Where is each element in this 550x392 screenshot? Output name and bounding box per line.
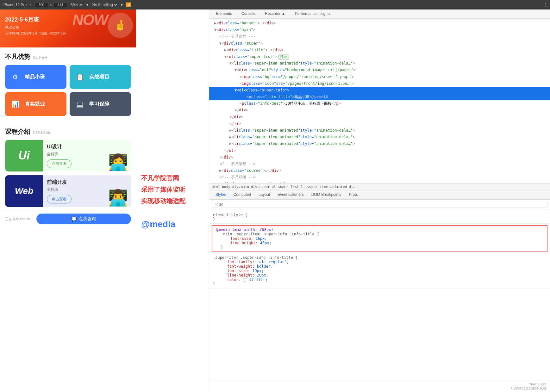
styles-tab-styles[interactable]: Styles <box>212 190 230 199</box>
breadcrumb-li[interactable]: li.super-item.animated <box>301 185 347 189</box>
breadcrumb-body[interactable]: body <box>222 185 231 189</box>
super-item-icon-2: 📊 <box>9 98 21 110</box>
devtools-panel: Elements Console Recorder ▲ Performance … <box>209 9 550 392</box>
tree-line-16[interactable]: ▶<li class="super-item animated" style="… <box>209 127 550 134</box>
course-title-cn: 课程介绍 <box>5 128 30 136</box>
super-item-3[interactable]: 💻 学习保障 <box>70 92 131 116</box>
tree-line-4[interactable]: ▶<div class="title"> …</div> <box>209 47 550 53</box>
course-card-0[interactable]: Ui UI设计 全科班 点击查看 👩‍💻 <box>5 140 131 171</box>
styles-tab-events[interactable]: Event Listeners <box>274 190 308 199</box>
tree-line-10-selected[interactable]: ▼<div class="super-info"> <box>209 87 550 94</box>
tree-line-11[interactable]: <p class="info-title"> 精品小班</p> == $0 <box>209 94 550 100</box>
tree-line-13[interactable]: </div> <box>209 107 550 114</box>
viewport-size: 390 × 844 <box>34 2 67 7</box>
css-prop-fontweight: font-weight: bolder; <box>213 264 546 269</box>
tree-line-14[interactable]: </div> <box>209 114 550 121</box>
banner-now: NOW <box>72 11 108 28</box>
tree-line-6[interactable]: ▼<li class="super-item animated" style="… <box>209 60 550 67</box>
browser-viewport: 2022-5-6月班 就业公布 入学时间: 2022年1月 / 结业: 2022… <box>0 9 136 392</box>
tree-line-17[interactable]: ▶<li class="super-item animated" style="… <box>209 134 550 140</box>
tree-line-22[interactable]: ▶<div class="enviroment"> …</div> <box>209 181 550 184</box>
tree-line-comment2[interactable]: <!-- 不凡课程 --> <box>209 161 550 167</box>
consult-label: 点我咨询 <box>78 216 96 222</box>
info-title-3: 学习保障 <box>89 98 109 110</box>
super-item-info-1: 实战项目 <box>89 71 109 83</box>
css-prop-lineheight2: line-height: 26px; <box>213 273 546 277</box>
super-item-icon-1: 📋 <box>74 71 85 83</box>
breadcrumb-main[interactable]: div.main <box>232 185 249 189</box>
zoom-select[interactable]: 89% <box>69 2 84 7</box>
bottom-bar: 正在等待 cdn.cn... 💬 点我咨询 <box>0 211 136 227</box>
styles-tab-prop[interactable]: Prop… <box>345 190 365 199</box>
tree-line-2[interactable]: <!-- 不凡优势 --> <box>209 33 550 40</box>
super-title-en: SUPER <box>33 55 47 60</box>
tree-line-7[interactable]: ▼<div class="out" style="background-imag… <box>209 67 550 73</box>
banner-emoji: 🤞 <box>108 13 133 38</box>
super-item-2[interactable]: 📊 真实就业 <box>5 92 66 116</box>
styles-filter <box>209 200 550 209</box>
annotation-panel: 不凡学院官网 采用了媒体监听 实现移动端适配 @media <box>136 9 209 392</box>
styles-tab-layout[interactable]: Layout <box>255 190 274 199</box>
device-label[interactable]: iPhone 12 Pro <box>3 3 27 7</box>
styles-tab-breakpoints[interactable]: DOM Breakpoints <box>308 190 345 199</box>
more-icon[interactable]: ⋮ <box>544 3 547 7</box>
tree-line-comment3[interactable]: <!-- 不凡环境 --> <box>209 174 550 181</box>
course-card-btn-0[interactable]: 点击查看 <box>47 159 72 168</box>
course-card-title-0: UI设计 <box>47 144 127 150</box>
styles-subtabs: Styles Computed Layout Event Listeners D… <box>209 190 550 200</box>
height-input[interactable]: 844 <box>53 2 67 7</box>
tree-line-12[interactable]: <p class="info-desc"> 30精品小班，全程线下面授</p> <box>209 100 550 107</box>
tab-elements[interactable]: Elements <box>212 9 236 18</box>
course-card-btn-1[interactable]: 点击查看 <box>47 195 72 203</box>
course-section: 课程介绍 COURSE Ui UI设计 全科班 点击查看 👩‍💻 Web <box>0 122 136 207</box>
tree-line-5[interactable]: ▼<ul class="super-list"> flex <box>209 53 550 60</box>
breadcrumb-di[interactable]: di… <box>349 185 355 189</box>
csdn-label: CSDN @全能的不凡君 <box>511 386 546 390</box>
info-title-1: 实战项目 <box>89 71 109 83</box>
tab-performance[interactable]: Performance insights <box>291 9 335 18</box>
super-section: 不凡优势 SUPER ⚙ 精品小班 📋 实战项目 📊 <box>0 47 136 116</box>
throttle-select[interactable]: No throttling <box>91 2 118 7</box>
breadcrumb-html[interactable]: html <box>212 185 220 189</box>
css-rule-element-style: element.style { } <box>209 211 550 224</box>
color-swatch <box>243 278 246 282</box>
styles-tab-computed[interactable]: Computed <box>230 190 255 199</box>
css-selector-0: element.style { <box>213 213 546 217</box>
toolbar-actions: ⋮ <box>544 3 547 7</box>
wifi-icon: 📶 <box>126 2 131 7</box>
course-card-img-1: 👨‍💻 <box>108 189 128 207</box>
tree-line-1[interactable]: ▼<div class="main"> <box>209 27 550 33</box>
tree-line-18[interactable]: ▶<li class="super-item animated" style="… <box>209 140 550 147</box>
css-rules-panel: element.style { } @media (max-width: 768… <box>209 209 550 381</box>
tree-line-9[interactable]: <img class="icon" src="/pages/front/img/… <box>209 80 550 87</box>
tab-recorder[interactable]: Recorder ▲ <box>260 9 290 18</box>
course-card-right-1: 前端开发 全科班 点击查看 👨‍💻 <box>43 175 131 207</box>
course-card-img-0: 👩‍💻 <box>108 153 128 171</box>
breadcrumb-super[interactable]: div.super <box>251 185 270 189</box>
tree-line-0[interactable]: ▶<div class="banner"> …</div> <box>209 20 550 27</box>
tree-line-20[interactable]: </div> <box>209 154 550 161</box>
tree-line-19[interactable]: </ul> <box>209 147 550 154</box>
css-media-line: @media (max-width: 768px) <box>216 227 543 232</box>
tree-line-21[interactable]: ▶<div class="course"> …</div> <box>209 167 550 174</box>
tree-line-3[interactable]: ▼<div class="super"> <box>209 40 550 47</box>
super-item-0[interactable]: ⚙ 精品小班 <box>5 65 66 89</box>
tab-console[interactable]: Console <box>237 9 260 18</box>
devtools-top-tabs: Elements Console Recorder ▲ Performance … <box>209 9 550 19</box>
super-item-1[interactable]: 📋 实战项目 <box>70 65 131 89</box>
css-closing-0: } <box>213 217 546 221</box>
width-input[interactable]: 390 <box>34 2 48 7</box>
annotation-line2: 采用了媒体监听 <box>141 184 185 195</box>
styles-filter-input[interactable] <box>212 201 547 208</box>
super-title-cn: 不凡优势 <box>5 53 30 61</box>
tree-line-8[interactable]: <img class="bg" src="/pages/front/img/su… <box>209 74 550 80</box>
css-prop-color: color: #ffffff; <box>213 277 546 282</box>
media-label: @media <box>141 219 175 229</box>
breadcrumb-superlist[interactable]: ul.super-list <box>272 185 299 189</box>
devtools-breadcrumb: html body div.main div.super ul.super-li… <box>209 183 550 190</box>
consult-button[interactable]: 💬 点我咨询 <box>36 214 131 224</box>
super-grid: ⚙ 精品小班 📋 实战项目 📊 真实就业 <box>5 65 131 116</box>
course-card-1[interactable]: Web 前端开发 全科班 点击查看 👨‍💻 <box>5 175 131 207</box>
watermark-area: Yuucn.com CSDN @全能的不凡君 <box>209 381 550 392</box>
tree-line-15[interactable]: </li> <box>209 121 550 127</box>
